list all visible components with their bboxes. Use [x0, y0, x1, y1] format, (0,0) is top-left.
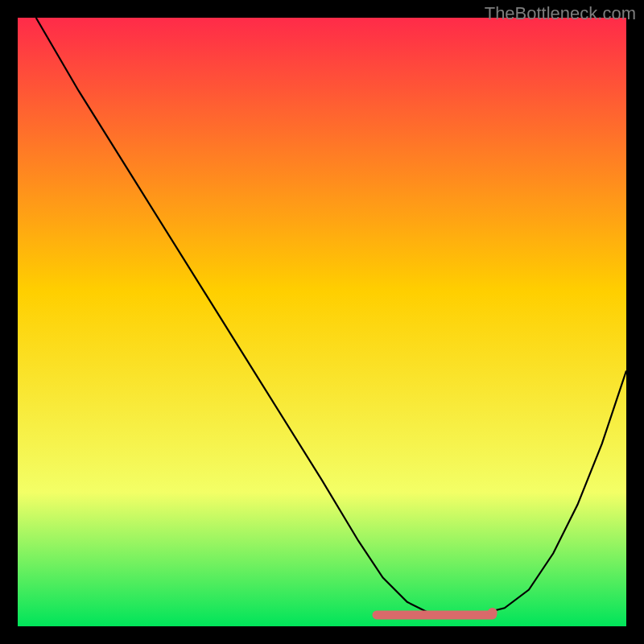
- watermark-text: TheBottleneck.com: [485, 3, 636, 24]
- chart-container: [18, 18, 626, 626]
- bottleneck-chart: [18, 18, 626, 626]
- flat-region-end-dot: [488, 608, 497, 617]
- gradient-background: [18, 18, 626, 626]
